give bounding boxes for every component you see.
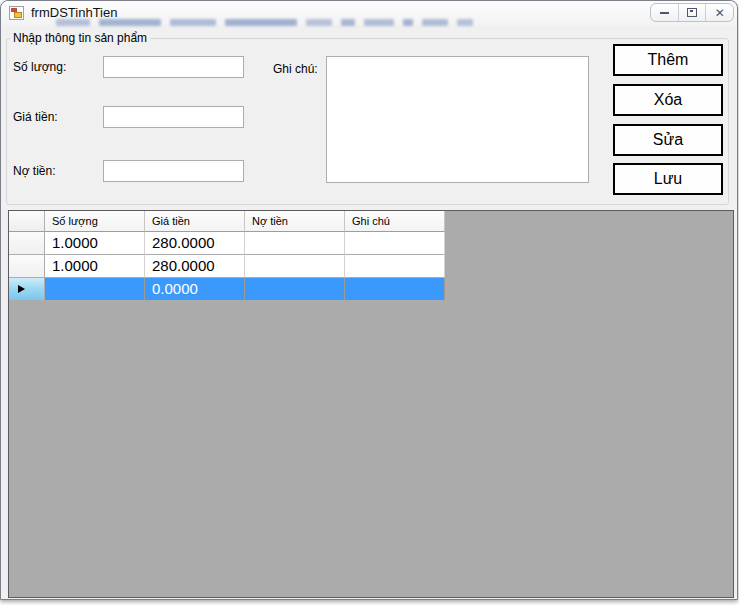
- groupbox-title: Nhập thông tin sản phẩm: [10, 31, 150, 45]
- note-label: Ghi chú:: [273, 62, 318, 76]
- cell-note[interactable]: [345, 255, 445, 278]
- row-selector[interactable]: [9, 255, 45, 278]
- column-header-note[interactable]: Ghi chú: [345, 211, 445, 232]
- row-selector-current[interactable]: [9, 278, 45, 301]
- column-header-debt[interactable]: Nợ tiền: [245, 211, 345, 232]
- grid-header-row: Số lượng Giá tiền Nợ tiền Ghi chú: [9, 211, 733, 232]
- cell-quantity[interactable]: 1.0000: [45, 232, 145, 255]
- data-grid[interactable]: Số lượng Giá tiền Nợ tiền Ghi chú 1.0000…: [8, 210, 734, 598]
- minimize-button[interactable]: [651, 4, 678, 21]
- close-button[interactable]: ✕: [705, 4, 733, 21]
- price-label: Giá tiền:: [13, 110, 58, 124]
- cell-price[interactable]: 0.0000: [145, 278, 245, 301]
- add-button[interactable]: Thêm: [613, 44, 723, 76]
- maximize-icon: [687, 8, 697, 17]
- cell-quantity[interactable]: 1.0000: [45, 255, 145, 278]
- table-row-selected[interactable]: 0.0000: [9, 278, 733, 301]
- price-input[interactable]: [103, 106, 244, 128]
- column-header-quantity[interactable]: Số lượng: [45, 211, 145, 232]
- debt-label: Nợ tiền:: [13, 164, 56, 178]
- quantity-label: Số lượng:: [13, 60, 66, 74]
- app-window: frmDSTinhTien ✕ Nhập thông tin sản phẩm …: [0, 0, 738, 600]
- cell-debt[interactable]: [245, 255, 345, 278]
- row-selector[interactable]: [9, 232, 45, 255]
- delete-button[interactable]: Xóa: [613, 84, 723, 116]
- form-icon: [9, 6, 24, 20]
- debt-input[interactable]: [103, 160, 244, 182]
- grid-corner-cell[interactable]: [9, 211, 45, 232]
- minimize-icon: [660, 12, 669, 14]
- maximize-button[interactable]: [678, 4, 706, 21]
- note-input[interactable]: [326, 56, 589, 183]
- cell-quantity[interactable]: [45, 278, 145, 301]
- titlebar[interactable]: frmDSTinhTien ✕: [1, 1, 737, 25]
- table-row[interactable]: 1.0000 280.0000: [9, 255, 733, 278]
- table-row[interactable]: 1.0000 280.0000: [9, 232, 733, 255]
- cell-note[interactable]: [345, 278, 445, 301]
- cell-debt[interactable]: [245, 278, 345, 301]
- cell-note[interactable]: [345, 232, 445, 255]
- save-button[interactable]: Lưu: [613, 163, 723, 195]
- row-selector-arrow-icon: [18, 285, 25, 293]
- column-header-price[interactable]: Giá tiền: [145, 211, 245, 232]
- cell-price[interactable]: 280.0000: [145, 255, 245, 278]
- close-icon: ✕: [715, 7, 725, 19]
- cell-debt[interactable]: [245, 232, 345, 255]
- edit-button[interactable]: Sửa: [613, 124, 723, 156]
- window-title: frmDSTinhTien: [31, 5, 117, 20]
- cell-price[interactable]: 280.0000: [145, 232, 245, 255]
- window-controls: ✕: [650, 3, 734, 22]
- quantity-input[interactable]: [103, 56, 244, 78]
